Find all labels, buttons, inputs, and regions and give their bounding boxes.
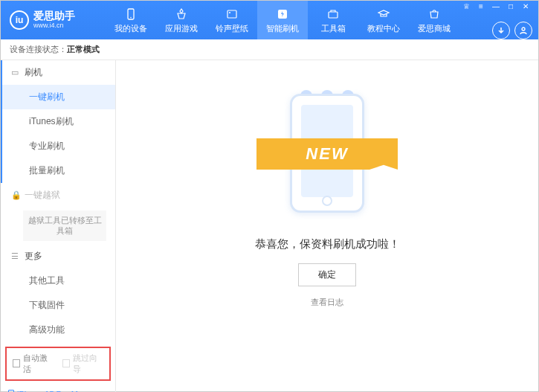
lock-icon: 🔒 [11, 190, 20, 200]
flash-small-icon: ▭ [11, 68, 20, 77]
status-prefix: 设备连接状态： [10, 44, 67, 55]
logo: iu 爱思助手 www.i4.cn [10, 10, 106, 30]
sidebar-group-more[interactable]: ☰ 更多 [2, 244, 115, 269]
success-message: 恭喜您，保资料刷机成功啦！ [255, 237, 400, 251]
download-button[interactable] [492, 22, 510, 39]
checkbox-icon [13, 359, 20, 367]
checkbox-auto-activate[interactable]: 自动激活 [13, 353, 54, 375]
flash-icon [275, 7, 290, 22]
app-header: iu 爱思助手 www.i4.cn 我的设备 应用游戏 铃声壁纸 智能刷机 [1, 1, 538, 39]
sidebar-group-jailbreak[interactable]: 🔒 一键越狱 [2, 183, 115, 208]
ok-button[interactable]: 确定 [298, 263, 356, 286]
maximize-button[interactable]: □ [504, 1, 517, 11]
nav-tutorials[interactable]: 教程中心 [358, 1, 409, 39]
checkbox-skip-guide[interactable]: 跳过向导 [62, 353, 103, 375]
sidebar-group-flash[interactable]: ▭ 刷机 [2, 60, 115, 85]
svg-rect-2 [227, 10, 236, 18]
svg-rect-5 [329, 12, 338, 18]
view-log-link[interactable]: 查看日志 [311, 297, 343, 308]
nav-flash[interactable]: 智能刷机 [257, 1, 308, 39]
window-controls: ♕ ≡ — □ ✕ [459, 1, 532, 11]
device-icon [123, 7, 138, 22]
status-value: 正常模式 [67, 44, 100, 55]
nav-apps[interactable]: 应用游戏 [156, 1, 207, 39]
success-illustration: NEW [242, 83, 413, 224]
store-icon [427, 7, 442, 22]
phone-icon [8, 390, 14, 392]
checkbox-icon [62, 359, 70, 367]
device-name-label: iPhone 15 Pro Max [17, 390, 87, 392]
minimize-button[interactable]: — [489, 1, 503, 11]
svg-point-3 [229, 12, 230, 13]
app-subtitle: www.i4.cn [33, 22, 75, 30]
app-title: 爱思助手 [33, 10, 75, 22]
image-icon [225, 7, 239, 22]
vip-icon[interactable]: ♕ [459, 1, 473, 11]
more-icon: ☰ [11, 251, 20, 261]
menu-icon[interactable]: ≡ [474, 1, 488, 11]
sidebar-item-firmware[interactable]: 下载固件 [2, 293, 115, 318]
activation-options: 自动激活 跳过向导 [5, 347, 111, 381]
svg-point-6 [522, 28, 525, 30]
svg-point-1 [130, 16, 132, 18]
sidebar-item-oneclick[interactable]: 一键刷机 [2, 85, 115, 109]
toolbox-icon [326, 7, 340, 22]
main-nav: 我的设备 应用游戏 铃声壁纸 智能刷机 工具箱 教程中心 [106, 1, 459, 39]
sidebar-item-advanced[interactable]: 高级功能 [2, 318, 115, 342]
device-info[interactable]: iPhone 15 Pro Max 512GB iPhone [1, 385, 115, 392]
sidebar: ▭ 刷机 一键刷机 iTunes刷机 专业刷机 批量刷机 🔒 一键越狱 越狱工具… [1, 60, 116, 392]
nav-store[interactable]: 爱思商城 [409, 1, 459, 39]
nav-my-device[interactable]: 我的设备 [106, 1, 156, 39]
nav-toolbox[interactable]: 工具箱 [308, 1, 358, 39]
hat-icon [376, 7, 391, 22]
apps-icon [174, 7, 189, 22]
close-button[interactable]: ✕ [519, 1, 532, 11]
status-bar: 设备连接状态： 正常模式 [1, 39, 538, 60]
jailbreak-note: 越狱工具已转移至工具箱 [23, 211, 106, 241]
sidebar-item-itunes[interactable]: iTunes刷机 [2, 109, 115, 134]
logo-icon: iu [10, 10, 29, 30]
sidebar-item-batch[interactable]: 批量刷机 [2, 158, 115, 183]
main-panel: NEW 恭喜您，保资料刷机成功啦！ 确定 查看日志 [116, 60, 538, 392]
user-button[interactable] [514, 22, 532, 39]
nav-ringtones[interactable]: 铃声壁纸 [207, 1, 257, 39]
sidebar-item-pro[interactable]: 专业刷机 [2, 134, 115, 158]
sidebar-item-other[interactable]: 其他工具 [2, 269, 115, 293]
new-ribbon: NEW [256, 138, 398, 170]
